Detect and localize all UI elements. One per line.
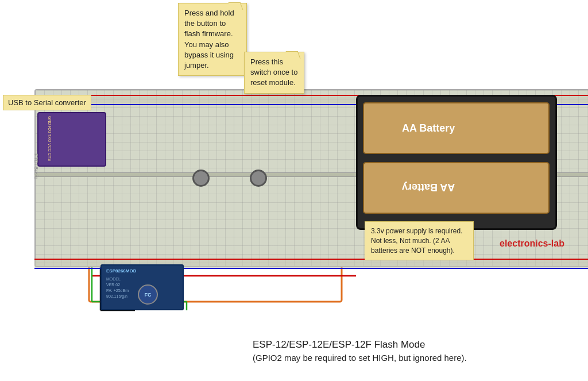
main-container: AA Battery AA Battery GND RXI TXO VCC CT… (0, 0, 588, 381)
ftdi-pin-labels: GND RXI TXO VCC CTS (48, 116, 52, 161)
ftdi-basic-label: FTDI Basic (33, 153, 39, 179)
battery-bottom (363, 162, 550, 214)
ftdi-module: GND RXI TXO VCC CTS (37, 112, 106, 167)
reset-note: Press this switch once to reset module. (244, 52, 304, 94)
esp-model-num: MODEL (106, 277, 121, 281)
fc-logo: FC (138, 284, 158, 305)
battery-label-bottom: AA Battery (402, 181, 455, 193)
flash-note: Press and hold the button to flash firmw… (178, 3, 247, 76)
esp-version: VER:02 (106, 283, 120, 287)
esp-protocol: 802.11b/g/n (106, 294, 127, 298)
brand-label: electronics-lab (500, 238, 564, 249)
bottom-line2: (GPIO2 may be required to set HIGH, but … (253, 352, 467, 364)
flash-button[interactable] (192, 170, 210, 187)
power-note: 3.3v power supply is required. Not less,… (365, 221, 474, 260)
usb-serial-label: USB to Serial converter (3, 95, 91, 110)
bottom-line1: ESP-12/ESP-12E/ESP-12F Flash Mode (253, 338, 467, 352)
esp-model-label: ESP8266MOD (106, 268, 136, 274)
esp-pa: PA: +25dBm (106, 288, 129, 293)
bottom-description: ESP-12/ESP-12E/ESP-12F Flash Mode (GPIO2… (253, 338, 467, 364)
battery-top (363, 102, 550, 154)
reset-button[interactable] (250, 170, 267, 187)
battery-label-top: AA Battery (402, 122, 455, 134)
